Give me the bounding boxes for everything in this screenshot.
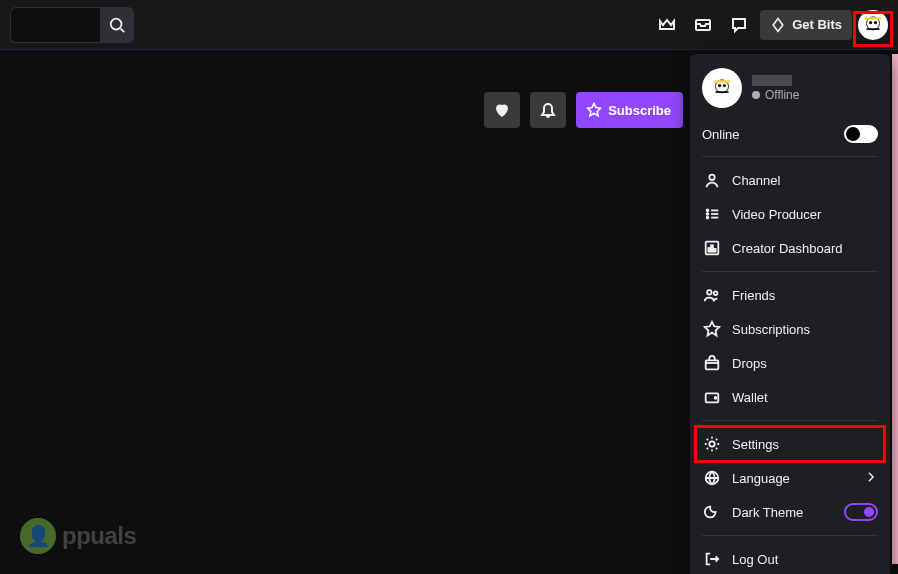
svg-line-1 xyxy=(121,28,125,32)
pink-strip xyxy=(892,54,898,564)
watermark: 👤 ppuals xyxy=(20,518,136,554)
svg-point-8 xyxy=(718,84,721,87)
inbox-button[interactable] xyxy=(688,10,718,40)
settings-icon xyxy=(702,434,722,454)
search-group xyxy=(10,7,134,43)
dropdown-header: Offline xyxy=(690,64,890,118)
menu-item-dark-theme[interactable]: Dark Theme xyxy=(690,495,890,529)
online-toggle[interactable] xyxy=(844,125,878,143)
chat-icon xyxy=(729,15,749,35)
menu-label: Wallet xyxy=(732,390,878,405)
notifications-button[interactable] xyxy=(530,92,566,128)
menu-label: Drops xyxy=(732,356,878,371)
search-button[interactable] xyxy=(100,7,134,43)
get-bits-button[interactable]: Get Bits xyxy=(760,10,852,40)
svg-point-13 xyxy=(707,213,709,215)
svg-point-0 xyxy=(111,18,122,29)
menu-item-channel[interactable]: Channel xyxy=(690,163,890,197)
heart-icon xyxy=(492,100,512,120)
menu-item-video-producer[interactable]: Video Producer xyxy=(690,197,890,231)
language-icon xyxy=(702,468,722,488)
divider xyxy=(702,535,878,536)
watermark-icon: 👤 xyxy=(20,518,56,554)
menu-item-logout[interactable]: Log Out xyxy=(690,542,890,574)
menu-label: Channel xyxy=(732,173,878,188)
subscribe-label: Subscribe xyxy=(608,103,671,118)
svg-rect-19 xyxy=(708,248,710,252)
get-bits-label: Get Bits xyxy=(792,17,842,32)
top-nav: Get Bits xyxy=(0,0,898,50)
svg-point-27 xyxy=(709,441,714,446)
dropdown-avatar xyxy=(702,68,742,108)
channel-actions: Subscribe xyxy=(484,92,683,128)
search-icon xyxy=(108,16,126,34)
bell-icon xyxy=(538,100,558,120)
online-toggle-row[interactable]: Online xyxy=(690,118,890,150)
star-icon xyxy=(586,102,602,118)
menu-label: Log Out xyxy=(732,552,878,567)
divider xyxy=(702,420,878,421)
menu-item-wallet[interactable]: Wallet xyxy=(690,380,890,414)
menu-label: Dark Theme xyxy=(732,505,834,520)
menu-item-drops[interactable]: Drops xyxy=(690,346,890,380)
menu-item-subscriptions[interactable]: Subscriptions xyxy=(690,312,890,346)
menu-label: Language xyxy=(732,471,854,486)
topbar-right: Get Bits xyxy=(652,10,888,40)
prime-loot-button[interactable] xyxy=(652,10,682,40)
video-producer-icon xyxy=(702,204,722,224)
dark-theme-icon xyxy=(702,502,722,522)
menu-item-creator-dashboard[interactable]: Creator Dashboard xyxy=(690,231,890,265)
dark-theme-toggle[interactable] xyxy=(844,503,878,521)
menu-label: Subscriptions xyxy=(732,322,878,337)
bits-icon xyxy=(770,17,786,33)
menu-item-settings[interactable]: Settings xyxy=(690,427,890,461)
creator-dashboard-icon xyxy=(702,238,722,258)
svg-point-5 xyxy=(874,20,877,23)
user-avatar-button[interactable] xyxy=(858,10,888,40)
svg-point-11 xyxy=(709,175,714,180)
svg-rect-24 xyxy=(706,360,719,369)
svg-point-26 xyxy=(715,397,717,399)
status-dot-icon xyxy=(752,91,760,99)
svg-rect-10 xyxy=(716,91,729,93)
follow-button[interactable] xyxy=(484,92,520,128)
dropdown-user-info: Offline xyxy=(752,75,799,102)
search-input[interactable] xyxy=(10,7,100,43)
watermark-text: ppuals xyxy=(62,522,136,550)
svg-point-23 xyxy=(714,291,718,295)
svg-point-4 xyxy=(869,20,872,23)
svg-point-9 xyxy=(723,84,726,87)
menu-label: Video Producer xyxy=(732,207,878,222)
subscribe-button[interactable]: Subscribe xyxy=(576,92,683,128)
wallet-icon xyxy=(702,387,722,407)
whispers-button[interactable] xyxy=(724,10,754,40)
svg-rect-6 xyxy=(867,28,880,30)
friends-icon xyxy=(702,285,722,305)
svg-rect-21 xyxy=(714,249,716,252)
dropdown-avatar-skull-icon xyxy=(709,75,735,101)
menu-label: Creator Dashboard xyxy=(732,241,878,256)
svg-point-14 xyxy=(707,217,709,219)
divider xyxy=(702,271,878,272)
divider xyxy=(702,156,878,157)
svg-point-22 xyxy=(707,290,712,295)
subscriptions-icon xyxy=(702,319,722,339)
avatar-skull-icon xyxy=(860,12,886,38)
drops-icon xyxy=(702,353,722,373)
dropdown-status: Offline xyxy=(752,88,799,102)
menu-label: Settings xyxy=(732,437,878,452)
crown-icon xyxy=(657,15,677,35)
user-dropdown: Offline Online Channel Video Producer Cr… xyxy=(690,54,890,574)
dropdown-username xyxy=(752,75,792,86)
svg-rect-20 xyxy=(711,245,713,251)
inbox-icon xyxy=(693,15,713,35)
menu-item-friends[interactable]: Friends xyxy=(690,278,890,312)
logout-icon xyxy=(702,549,722,569)
chevron-right-icon xyxy=(864,470,878,487)
menu-item-language[interactable]: Language xyxy=(690,461,890,495)
status-text: Offline xyxy=(765,88,799,102)
menu-label: Friends xyxy=(732,288,878,303)
channel-icon xyxy=(702,170,722,190)
online-label: Online xyxy=(702,127,834,142)
svg-point-12 xyxy=(707,210,709,212)
